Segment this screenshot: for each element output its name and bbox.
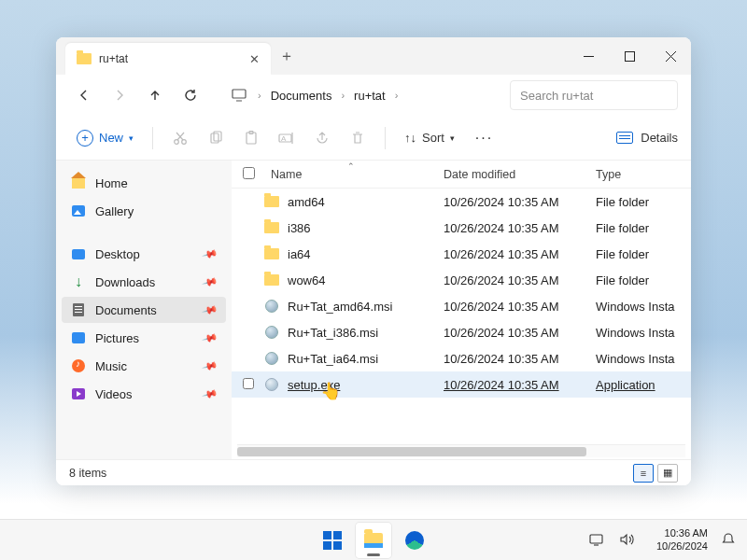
file-date: 10/26/2024 10:35 AM <box>444 352 588 366</box>
chevron-right-icon: › <box>341 90 345 101</box>
file-row[interactable]: wow6410/26/2024 10:35 AMFile folder <box>232 267 691 293</box>
file-row[interactable]: amd6410/26/2024 10:35 AMFile folder <box>232 189 691 215</box>
file-row[interactable]: Ru+Tat_ia64.msi10/26/2024 10:35 AMWindow… <box>232 345 691 371</box>
sidebar-item-music[interactable]: Music📌 <box>62 353 226 379</box>
thumbnail-view-button[interactable]: ▦ <box>657 464 678 483</box>
search-input[interactable]: Search ru+tat <box>510 80 678 110</box>
edge-icon <box>405 531 424 550</box>
notifications-icon[interactable] <box>721 532 736 549</box>
file-explorer-window: ru+tat ✕ ＋ › Documents › ru+tat › Search… <box>56 37 691 485</box>
select-all-checkbox[interactable] <box>243 167 255 179</box>
installer-icon <box>265 326 278 339</box>
details-pane-icon <box>616 132 633 144</box>
pc-icon[interactable] <box>224 80 254 110</box>
tab-current[interactable]: ru+tat ✕ <box>65 43 271 75</box>
sidebar-item-desktop[interactable]: Desktop📌 <box>62 241 226 267</box>
tab-title: ru+tat <box>99 52 242 65</box>
taskbar-file-explorer[interactable] <box>356 523 391 558</box>
tray-time: 10:36 AM <box>656 527 708 540</box>
start-button[interactable] <box>315 523 350 558</box>
minimize-button[interactable] <box>568 37 609 75</box>
file-name: wow64 <box>288 273 436 287</box>
view-toggles: ≡ ▦ <box>633 464 678 483</box>
file-name: Ru+Tat_ia64.msi <box>288 352 436 366</box>
scrollbar-thumb[interactable] <box>237 447 586 456</box>
network-icon[interactable] <box>589 533 606 548</box>
svg-line-8 <box>177 133 184 140</box>
sort-label: Sort <box>422 131 444 145</box>
paste-button[interactable] <box>235 122 267 154</box>
sidebar-label: Music <box>95 359 127 373</box>
statusbar: 8 items ≡ ▦ <box>56 459 691 485</box>
tab-close-icon[interactable]: ✕ <box>249 52 260 66</box>
breadcrumb-documents[interactable]: Documents <box>265 85 338 106</box>
sidebar-item-documents[interactable]: Documents📌 <box>62 297 226 323</box>
file-row[interactable]: Ru+Tat_i386.msi10/26/2024 10:35 AMWindow… <box>232 319 691 345</box>
sidebar-item-gallery[interactable]: Gallery <box>62 198 226 224</box>
file-row[interactable]: Ru+Tat_amd64.msi10/26/2024 10:35 AMWindo… <box>232 293 691 319</box>
folder-icon <box>264 196 279 207</box>
titlebar: ru+tat ✕ ＋ <box>56 37 691 75</box>
desktop-icon <box>72 249 85 259</box>
search-placeholder: Search ru+tat <box>520 89 593 103</box>
new-button[interactable]: + New ▾ <box>69 126 141 150</box>
sidebar-label: Home <box>95 176 128 190</box>
videos-icon <box>72 388 85 399</box>
new-tab-button[interactable]: ＋ <box>271 40 303 72</box>
horizontal-scrollbar[interactable] <box>237 444 685 457</box>
file-date: 10/26/2024 10:35 AM <box>444 273 588 287</box>
document-icon <box>73 303 84 316</box>
back-button[interactable] <box>69 80 99 110</box>
application-icon <box>265 378 278 391</box>
column-type[interactable]: Type <box>596 168 680 181</box>
system-tray[interactable]: 10:36 AM 10/26/2024 <box>589 527 747 553</box>
content-pane: ⌃ Name Date modified Type amd6410/26/202… <box>232 161 691 459</box>
breadcrumb-folder[interactable]: ru+tat <box>348 85 391 106</box>
file-row[interactable]: i38610/26/2024 10:35 AMFile folder <box>232 215 691 241</box>
taskbar-edge[interactable] <box>397 523 432 558</box>
sidebar: Home Gallery Desktop📌 ↓Downloads📌 Docume… <box>56 161 232 459</box>
cut-button[interactable] <box>164 122 196 154</box>
copy-button[interactable] <box>200 122 232 154</box>
forward-button[interactable] <box>105 80 134 110</box>
row-checkbox[interactable] <box>243 378 254 389</box>
breadcrumb[interactable]: › Documents › ru+tat › <box>217 80 499 110</box>
file-date: 10/26/2024 10:35 AM <box>444 300 588 314</box>
svg-rect-4 <box>233 90 246 98</box>
details-view-button[interactable]: ≡ <box>633 464 654 483</box>
sidebar-item-pictures[interactable]: Pictures📌 <box>62 325 226 351</box>
file-name: ia64 <box>288 247 436 261</box>
pin-icon: 📌 <box>202 301 219 318</box>
pictures-icon <box>72 332 85 343</box>
clock[interactable]: 10:36 AM 10/26/2024 <box>649 527 708 553</box>
sidebar-item-home[interactable]: Home <box>62 170 226 196</box>
svg-line-9 <box>176 133 183 140</box>
sidebar-item-videos[interactable]: Videos📌 <box>62 381 226 407</box>
file-row[interactable]: ia6410/26/2024 10:35 AMFile folder <box>232 241 691 267</box>
file-type: File folder <box>596 221 680 235</box>
refresh-button[interactable] <box>176 80 205 110</box>
column-headers: ⌃ Name Date modified Type <box>232 161 691 189</box>
sidebar-item-downloads[interactable]: ↓Downloads📌 <box>62 269 226 295</box>
tray-date: 10/26/2024 <box>656 540 708 553</box>
window-controls <box>568 37 691 75</box>
volume-icon[interactable] <box>619 533 636 548</box>
details-button[interactable]: Details <box>616 131 678 145</box>
delete-button[interactable] <box>342 122 374 154</box>
folder-icon <box>264 274 279 286</box>
separator <box>385 127 386 149</box>
file-type: File folder <box>596 195 680 209</box>
close-button[interactable] <box>650 37 691 75</box>
sort-button[interactable]: ↑↓ Sort ▾ <box>397 127 462 148</box>
maximize-button[interactable] <box>609 37 650 75</box>
sidebar-label: Downloads <box>95 275 155 289</box>
file-type: File folder <box>596 247 680 261</box>
up-button[interactable] <box>140 80 170 110</box>
new-label: New <box>99 131 123 145</box>
rename-button[interactable]: A <box>271 122 303 154</box>
file-row[interactable]: setup.exe10/26/2024 10:35 AMApplication <box>232 371 691 398</box>
more-button[interactable]: ··· <box>466 126 502 150</box>
chevron-right-icon: › <box>395 90 399 101</box>
share-button[interactable] <box>306 122 338 154</box>
column-date[interactable]: Date modified <box>444 168 588 181</box>
